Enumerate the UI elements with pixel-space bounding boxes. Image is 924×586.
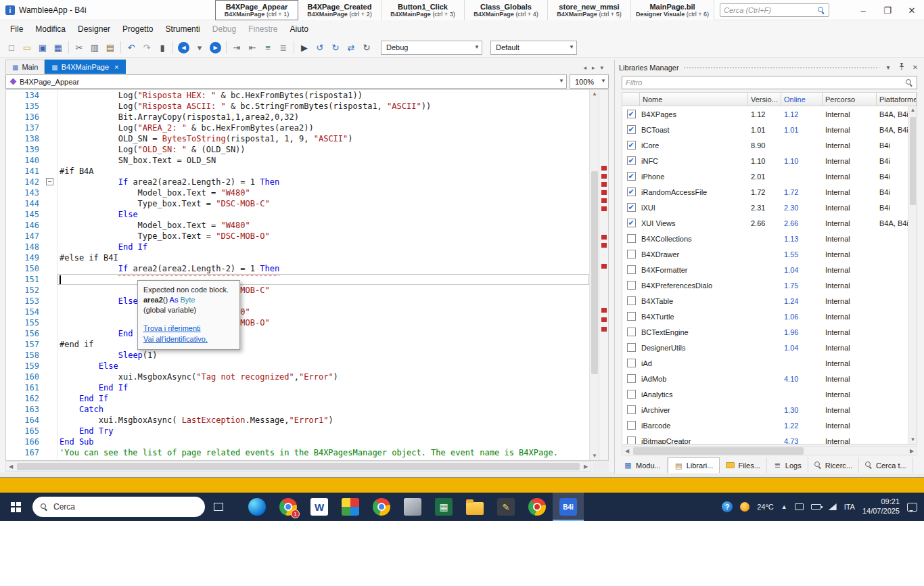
scroll-left-icon[interactable]: ◀ — [6, 464, 16, 470]
menu-finestre[interactable]: Finestre — [242, 22, 283, 37]
menu-strumenti[interactable]: Strumenti — [159, 22, 206, 37]
chrome-icon[interactable] — [366, 493, 397, 521]
weather-icon[interactable] — [740, 502, 749, 512]
menu-designer[interactable]: Designer — [72, 22, 116, 37]
editor-vertical-scrollbar[interactable]: ▲ ▼ — [589, 90, 599, 460]
menu-modifica[interactable]: Modifica — [29, 22, 72, 37]
library-row[interactable]: B4XTable1.24Internal — [622, 293, 917, 309]
code-editor[interactable]: 134 Log("Risposta HEX: " & bc.HexFromByt… — [5, 89, 609, 461]
library-row[interactable]: B4XDrawer1.55Internal — [622, 246, 917, 262]
library-checkbox[interactable] — [627, 436, 636, 445]
code-line-153[interactable]: 153 Else — [6, 296, 589, 307]
module-tab-main[interactable]: ▦Main — [5, 60, 45, 74]
outdent-icon[interactable]: ⇤ — [245, 40, 260, 55]
chrome-downloads-icon[interactable]: 1 — [273, 493, 304, 521]
code-line-143[interactable]: 143 Model_box.Text = "W480" — [6, 187, 589, 198]
code-line-147[interactable]: 147 Type_box.Text = "DSC-MOB-O" — [6, 231, 589, 242]
scroll-right-icon[interactable]: ▶ — [907, 448, 917, 454]
panel-tab-files[interactable]: Files... — [720, 457, 766, 473]
display-icon[interactable] — [795, 503, 804, 510]
panel-tab-logs[interactable]: Logs — [767, 457, 808, 473]
save-icon[interactable]: ▣ — [35, 40, 50, 55]
doc-tab-0[interactable]: B4XPage_AppearB4XMainPage (ctrl + 1) — [215, 0, 298, 20]
chrome-profile-icon[interactable] — [522, 493, 553, 521]
new-icon[interactable]: □ — [4, 40, 19, 55]
find-references-link[interactable]: Trova i riferimenti — [143, 323, 234, 334]
menu-progetto[interactable]: Progetto — [116, 22, 159, 37]
error-marker[interactable] — [601, 235, 607, 240]
blocks-app-icon[interactable] — [335, 493, 366, 521]
code-line-159[interactable]: 159 Else — [6, 361, 589, 371]
doc-tab-2[interactable]: Button1_ClickB4XMainPage (ctrl + 3) — [382, 0, 465, 20]
library-row[interactable]: B4XCollections1.13Internal — [622, 231, 917, 246]
minimize-button[interactable]: – — [851, 0, 875, 20]
column-header-percorso[interactable]: Percorso — [823, 93, 877, 106]
notification-center-icon[interactable] — [907, 503, 917, 512]
library-checkbox[interactable]: ✔ — [627, 141, 636, 150]
library-checkbox[interactable]: ✔ — [627, 172, 636, 181]
code-line-150[interactable]: 150 If area2(area2.Length-2) = 1 Then — [6, 263, 589, 274]
dark-editor-app-icon[interactable] — [490, 493, 522, 521]
taskbar-search[interactable]: Cerca — [32, 497, 205, 517]
library-checkbox[interactable] — [627, 312, 636, 321]
temperature[interactable]: 24°C — [757, 503, 774, 511]
cut-icon[interactable]: ✂ — [72, 40, 87, 55]
library-checkbox[interactable] — [627, 421, 636, 430]
panel-drag-grip[interactable] — [683, 66, 879, 70]
scroll-tabs-left-icon[interactable]: ◂ — [583, 64, 586, 71]
library-checkbox[interactable] — [627, 328, 636, 336]
library-row[interactable]: B4XFormatter1.04Internal — [622, 262, 917, 277]
error-marker[interactable] — [601, 174, 607, 179]
language-indicator[interactable]: ITA — [844, 503, 855, 511]
panel-tab-modu[interactable]: Modu... — [618, 457, 668, 473]
library-checkbox[interactable] — [627, 359, 636, 367]
close-panel-icon[interactable]: ✕ — [910, 64, 920, 71]
library-row[interactable]: iAdMob4.10Internal — [622, 371, 917, 386]
pin-icon[interactable] — [897, 63, 906, 72]
code-line-160[interactable]: 160 xui.MsgboxAsync("Tag not recognized"… — [6, 371, 589, 382]
code-line-168[interactable]: 168 — [6, 458, 589, 460]
code-line-135[interactable]: 135 Log("Risposta ASCII: " & bc.StringFr… — [6, 101, 589, 112]
quick-restart-icon[interactable]: ↻ — [328, 40, 343, 55]
error-marker[interactable] — [601, 166, 607, 171]
scroll-up-icon[interactable]: ▲ — [590, 90, 599, 98]
library-checkbox[interactable] — [627, 250, 636, 258]
error-marker[interactable] — [601, 264, 607, 269]
code-line-145[interactable]: 145 Else — [6, 209, 589, 220]
compile-icon[interactable]: ⇄ — [344, 40, 359, 55]
code-line-166[interactable]: 166End Sub — [6, 436, 589, 447]
library-row[interactable]: ✔BCToast1.011.01InternalB4A, B4i, B4 — [622, 122, 917, 137]
library-checkbox[interactable] — [627, 296, 636, 305]
back-menu-icon[interactable]: ▾ — [192, 40, 207, 55]
library-row[interactable]: iBarcode1.22Internal — [622, 418, 917, 433]
column-header-piattaforme[interactable]: Piattaforme — [877, 93, 917, 106]
library-row[interactable]: B4XTurtle1.06Internal — [622, 309, 917, 324]
uncomment-icon[interactable]: ≣ — [276, 40, 291, 55]
chevron-up-icon[interactable]: ▲ — [781, 503, 787, 510]
code-line-140[interactable]: 140 SN_box.Text = OLD_SN — [6, 155, 589, 166]
panel-vertical-scrollbar[interactable]: ▲ ▼ — [908, 106, 917, 444]
panel-tab-cercat[interactable]: Cerca t... — [859, 457, 913, 473]
library-checkbox[interactable] — [627, 343, 636, 352]
scrollbar-thumb[interactable] — [17, 463, 580, 470]
doc-tab-5[interactable]: MainPage.bilDesigner Visuale (ctrl + 6) — [631, 0, 714, 20]
excel-icon[interactable] — [428, 493, 459, 521]
library-checkbox[interactable]: ✔ — [627, 203, 636, 212]
code-line-144[interactable]: 144 Type_box.Text = "DSC-MOB-C" — [6, 198, 589, 209]
library-checkbox[interactable] — [627, 405, 636, 414]
menu-file[interactable]: File — [4, 22, 29, 37]
battery-icon[interactable] — [811, 504, 821, 510]
library-filter-box[interactable]: Filtro — [622, 76, 917, 89]
maximize-button[interactable]: ❐ — [875, 0, 900, 20]
error-marker[interactable] — [601, 317, 607, 322]
task-view-button[interactable] — [205, 493, 232, 521]
close-button[interactable]: ✕ — [900, 0, 924, 20]
cube-app-icon[interactable] — [397, 493, 428, 521]
column-header-online[interactable]: Online — [781, 93, 823, 106]
library-checkbox[interactable] — [627, 390, 636, 399]
scrollbar-thumb[interactable] — [910, 117, 916, 205]
panel-menu-icon[interactable]: ▾ — [883, 64, 893, 71]
b4i-icon[interactable]: B4i — [553, 493, 584, 521]
error-marker[interactable] — [601, 190, 607, 195]
library-row[interactable]: iArchiver1.30Internal — [622, 402, 917, 418]
